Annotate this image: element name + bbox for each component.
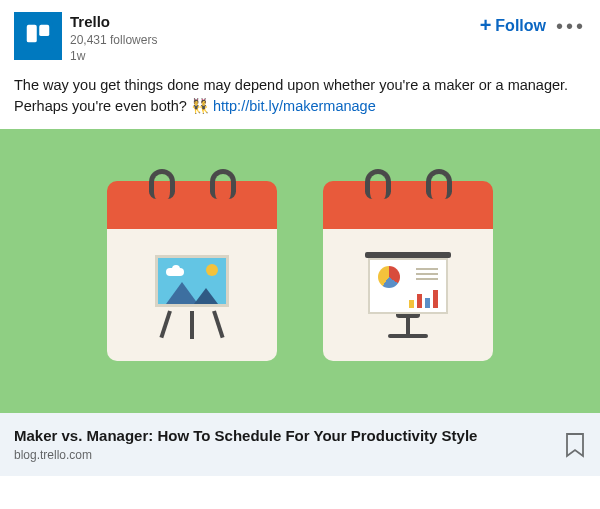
link-source: blog.trello.com xyxy=(14,448,554,462)
post-meta: Trello 20,431 followers 1w xyxy=(70,12,480,65)
company-avatar[interactable] xyxy=(14,12,62,60)
post-link[interactable]: http://bit.ly/makermanage xyxy=(213,98,376,114)
trello-logo-icon xyxy=(23,21,53,51)
more-options-button[interactable]: ••• xyxy=(556,16,586,36)
follower-count: 20,431 followers xyxy=(70,32,480,49)
post-image[interactable] xyxy=(0,129,600,413)
bookmark-icon xyxy=(564,432,586,458)
follow-button[interactable]: + Follow xyxy=(480,17,546,35)
link-title: Maker vs. Manager: How To Schedule For Y… xyxy=(14,427,554,444)
follow-label: Follow xyxy=(495,17,546,35)
emoji-dancers: 👯 xyxy=(191,96,209,117)
calendar-maker-illustration xyxy=(107,181,277,361)
post-time: 1w xyxy=(70,48,480,65)
post-header: Trello 20,431 followers 1w + Follow ••• xyxy=(0,0,600,73)
save-bookmark-button[interactable] xyxy=(564,432,586,458)
link-text-block: Maker vs. Manager: How To Schedule For Y… xyxy=(14,427,554,462)
svg-rect-1 xyxy=(27,25,37,43)
plus-icon: + xyxy=(480,17,492,33)
presentation-icon xyxy=(365,252,451,338)
company-name[interactable]: Trello xyxy=(70,12,480,32)
link-preview-card[interactable]: Maker vs. Manager: How To Schedule For Y… xyxy=(0,413,600,476)
header-actions: + Follow ••• xyxy=(480,16,586,36)
svg-rect-2 xyxy=(39,25,49,36)
post-body: The way you get things done may depend u… xyxy=(0,73,600,129)
post-card: Trello 20,431 followers 1w + Follow ••• … xyxy=(0,0,600,476)
easel-icon xyxy=(152,251,232,339)
calendar-manager-illustration xyxy=(323,181,493,361)
